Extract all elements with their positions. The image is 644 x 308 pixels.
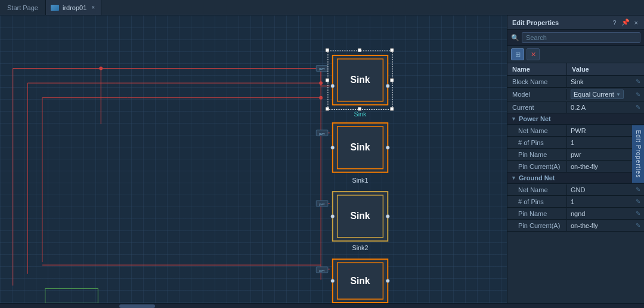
svg-point-19 bbox=[319, 81, 323, 85]
svg-text:pwr: pwr bbox=[319, 202, 325, 206]
collapse-icon-power: ▼ bbox=[511, 116, 516, 122]
tab-bar: Start Page irdrop01 × bbox=[0, 0, 644, 16]
edit-icon-current[interactable]: ✎ bbox=[636, 104, 640, 110]
properties-panel: Edit Properties ? 📌 × 🔍 ⊞ ✕ Name Value bbox=[507, 16, 644, 303]
prop-label-pwr-pin-current: Pin Current(A) bbox=[507, 161, 567, 172]
svg-point-62 bbox=[386, 279, 389, 283]
prop-label-current: Current bbox=[507, 102, 567, 113]
svg-text:Sink1: Sink1 bbox=[352, 177, 368, 184]
tab-schematic-icon bbox=[51, 5, 59, 11]
prop-label-block-name: Block Name bbox=[507, 76, 567, 87]
prop-value-block-name: Sink ✎ bbox=[567, 76, 644, 87]
edit-icon-gnd-pinname[interactable]: ✎ bbox=[636, 210, 640, 217]
canvas-area[interactable]: pwr pwr pwr pwr bbox=[0, 16, 507, 303]
svg-point-44 bbox=[386, 84, 389, 88]
chevron-down-icon: ▼ bbox=[616, 92, 621, 97]
table-header: Name Value bbox=[507, 63, 644, 76]
svg-text:pwr: pwr bbox=[319, 269, 325, 272]
panel-controls: ? 📌 × bbox=[611, 19, 639, 26]
edit-icon-block-name[interactable]: ✎ bbox=[636, 78, 640, 85]
main-area: pwr pwr pwr pwr bbox=[0, 16, 644, 303]
svg-rect-40 bbox=[390, 107, 394, 110]
prop-value-gnd-net-name: GND ✎ bbox=[567, 184, 644, 195]
svg-text:Sink: Sink bbox=[350, 75, 370, 85]
edit-icon-gnd-pincurrent[interactable]: ✎ bbox=[636, 222, 640, 229]
prop-row-gnd-pin-name: Pin Name ngnd ✎ bbox=[507, 208, 644, 220]
prop-label-gnd-pins: # of Pins bbox=[507, 196, 567, 207]
svg-point-43 bbox=[331, 84, 335, 88]
panel-header: Edit Properties ? 📌 × bbox=[507, 16, 644, 30]
svg-text:Sink: Sink bbox=[350, 142, 370, 152]
edit-icon-gnd-pins[interactable]: ✎ bbox=[636, 198, 640, 205]
delete-btn[interactable]: ✕ bbox=[527, 48, 540, 60]
collapse-icon-gnd: ▼ bbox=[511, 175, 516, 181]
svg-rect-37 bbox=[390, 78, 394, 82]
prop-row-gnd-pins: # of Pins 1 ✎ bbox=[507, 196, 644, 208]
svg-text:Sink3: Sink3 bbox=[352, 302, 368, 303]
prop-row-gnd-pin-current: Pin Current(A) on-the-fly ✎ bbox=[507, 220, 644, 232]
svg-point-50 bbox=[386, 146, 389, 149]
prop-label-gnd-pin-current: Pin Current(A) bbox=[507, 220, 567, 231]
vertical-tab-label: Edit Properties bbox=[635, 130, 642, 178]
prop-row-block-name: Block Name Sink ✎ bbox=[507, 76, 644, 88]
prop-label-model: Model bbox=[507, 89, 567, 100]
prop-label-pwr-pins: # of Pins bbox=[507, 137, 567, 148]
svg-rect-7 bbox=[45, 288, 98, 303]
prop-label-gnd-net-name: Net Name bbox=[507, 184, 567, 195]
section-label-gnd: Ground Net bbox=[519, 174, 555, 181]
prop-row-pwr-net-name: Net Name PWR ✎ bbox=[507, 125, 644, 137]
section-ground-net[interactable]: ▼ Ground Net bbox=[507, 173, 644, 184]
panel-close-btn[interactable]: × bbox=[633, 19, 639, 26]
edit-icon-gnd-netname[interactable]: ✎ bbox=[636, 186, 640, 193]
search-bar: 🔍 bbox=[507, 30, 644, 46]
tab-close-btn[interactable]: × bbox=[90, 4, 96, 11]
canvas-scrollbar-thumb[interactable] bbox=[119, 304, 155, 308]
svg-text:Sink: Sink bbox=[354, 110, 367, 118]
svg-point-61 bbox=[331, 279, 335, 283]
col-header-value: Value bbox=[567, 63, 594, 75]
tab-active-irdrop[interactable]: irdrop01 × bbox=[46, 0, 101, 15]
model-dropdown[interactable]: Equal Current ▼ bbox=[571, 90, 624, 99]
prop-value-gnd-pins: 1 ✎ bbox=[567, 196, 644, 207]
edit-icon-model[interactable]: ✎ bbox=[636, 91, 640, 98]
svg-text:Sink2: Sink2 bbox=[352, 244, 368, 251]
svg-rect-38 bbox=[326, 107, 329, 110]
prop-value-model[interactable]: Equal Current ▼ ✎ bbox=[567, 88, 644, 101]
svg-point-49 bbox=[331, 146, 335, 149]
svg-text:pwr: pwr bbox=[319, 132, 325, 135]
prop-value-gnd-pin-name: ngnd ✎ bbox=[567, 208, 644, 219]
panel-title: Edit Properties bbox=[512, 19, 559, 26]
grid-view-btn[interactable]: ⊞ bbox=[511, 48, 524, 60]
prop-value-current: 0.2 A ✎ bbox=[567, 102, 644, 113]
panel-pin-btn[interactable]: 📌 bbox=[620, 19, 631, 26]
svg-rect-35 bbox=[390, 48, 394, 52]
prop-label-pwr-pin-name: Pin Name bbox=[507, 149, 567, 160]
active-tab-label: irdrop01 bbox=[63, 4, 86, 11]
prop-row-pwr-pins: # of Pins 1 ✎ bbox=[507, 137, 644, 149]
svg-text:Sink: Sink bbox=[350, 211, 370, 221]
svg-point-18 bbox=[99, 67, 103, 70]
svg-text:Sink: Sink bbox=[350, 276, 370, 286]
panel-toolbar: ⊞ ✕ bbox=[507, 46, 644, 63]
vertical-panel-tab[interactable]: Edit Properties bbox=[632, 125, 644, 183]
search-icon: 🔍 bbox=[511, 34, 519, 42]
canvas-scrollbar[interactable] bbox=[0, 303, 644, 308]
svg-text:pwr: pwr bbox=[319, 67, 325, 70]
panel-help-btn[interactable]: ? bbox=[611, 19, 617, 26]
section-power-net[interactable]: ▼ Power Net bbox=[507, 113, 644, 125]
prop-label-pwr-net-name: Net Name bbox=[507, 125, 567, 136]
prop-row-pwr-pin-name: Pin Name pwr ✎ bbox=[507, 149, 644, 161]
prop-label-gnd-pin-name: Pin Name bbox=[507, 208, 567, 219]
search-input[interactable] bbox=[522, 32, 640, 43]
svg-rect-33 bbox=[326, 48, 329, 52]
section-label-power: Power Net bbox=[519, 115, 551, 122]
tab-start-page[interactable]: Start Page bbox=[0, 0, 46, 15]
properties-table: Name Value Block Name Sink ✎ Model Equal… bbox=[507, 63, 644, 303]
col-header-name: Name bbox=[507, 63, 567, 75]
prop-row-gnd-net-name: Net Name GND ✎ bbox=[507, 184, 644, 196]
svg-point-20 bbox=[319, 96, 323, 100]
schematic-svg: pwr pwr pwr pwr bbox=[0, 16, 507, 303]
prop-row-pwr-pin-current: Pin Current(A) on-the-fly ✎ bbox=[507, 161, 644, 173]
prop-row-model: Model Equal Current ▼ ✎ bbox=[507, 88, 644, 101]
prop-value-gnd-pin-current: on-the-fly ✎ bbox=[567, 220, 644, 231]
